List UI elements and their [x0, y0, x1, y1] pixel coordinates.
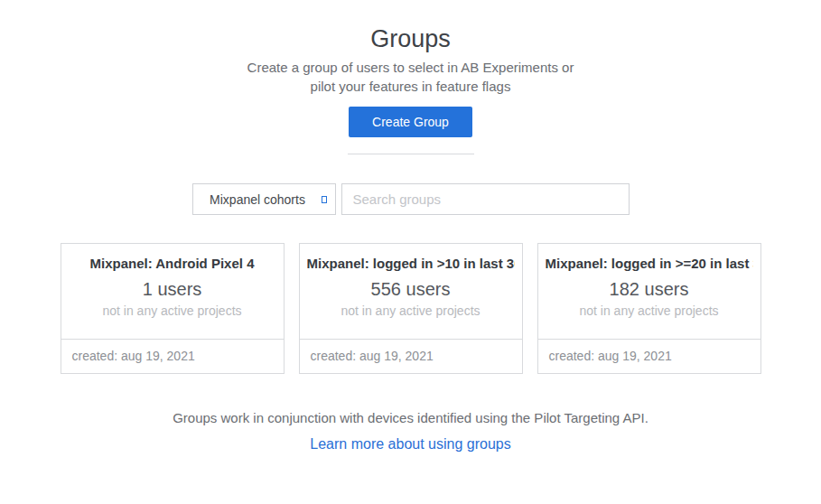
group-card[interactable]: Mixpanel: Android Pixel 4 1 users not in…: [61, 243, 285, 374]
page-footer: Groups work in conjunction with devices …: [0, 410, 821, 453]
group-card[interactable]: Mixpanel: logged in >10 in last 30 ... 5…: [299, 243, 523, 374]
group-users-count: 556 users: [307, 279, 515, 300]
page-subtitle: Create a group of users to select in AB …: [0, 58, 821, 96]
page-title: Groups: [0, 25, 821, 52]
group-project-status: not in any active projects: [69, 303, 276, 318]
group-title: Mixpanel: Android Pixel 4: [69, 256, 276, 271]
group-cards-row: Mixpanel: Android Pixel 4 1 users not in…: [0, 243, 821, 374]
search-groups-input[interactable]: [341, 183, 630, 215]
subtitle-line-2: pilot your features in feature flags: [0, 77, 821, 96]
group-title: Mixpanel: logged in >=20 in last 30...: [546, 256, 753, 271]
group-created-date: created: aug 19, 2021: [300, 339, 522, 373]
group-users-count: 182 users: [546, 279, 753, 300]
groups-page: Groups Create a group of users to select…: [0, 0, 821, 504]
group-card[interactable]: Mixpanel: logged in >=20 in last 30... 1…: [537, 243, 761, 374]
group-project-status: not in any active projects: [546, 303, 753, 318]
group-card-body: Mixpanel: logged in >10 in last 30 ... 5…: [300, 244, 522, 339]
dropdown-square-icon: [322, 196, 327, 203]
group-project-status: not in any active projects: [307, 303, 515, 318]
cohort-source-dropdown[interactable]: Mixpanel cohorts: [192, 183, 336, 215]
filters-row: Mixpanel cohorts: [0, 183, 821, 215]
learn-more-link[interactable]: Learn more about using groups: [310, 436, 510, 453]
section-divider: [348, 154, 474, 154]
group-card-body: Mixpanel: Android Pixel 4 1 users not in…: [61, 244, 284, 339]
group-card-body: Mixpanel: logged in >=20 in last 30... 1…: [538, 244, 760, 339]
page-header: Groups Create a group of users to select…: [0, 0, 821, 154]
group-created-date: created: aug 19, 2021: [61, 339, 284, 373]
group-users-count: 1 users: [69, 279, 276, 300]
footer-note: Groups work in conjunction with devices …: [0, 410, 821, 425]
group-created-date: created: aug 19, 2021: [538, 339, 760, 373]
cohort-source-dropdown-value: Mixpanel cohorts: [210, 192, 318, 207]
subtitle-line-1: Create a group of users to select in AB …: [0, 58, 821, 77]
group-title: Mixpanel: logged in >10 in last 30 ...: [307, 256, 515, 271]
create-group-button[interactable]: Create Group: [349, 107, 472, 137]
